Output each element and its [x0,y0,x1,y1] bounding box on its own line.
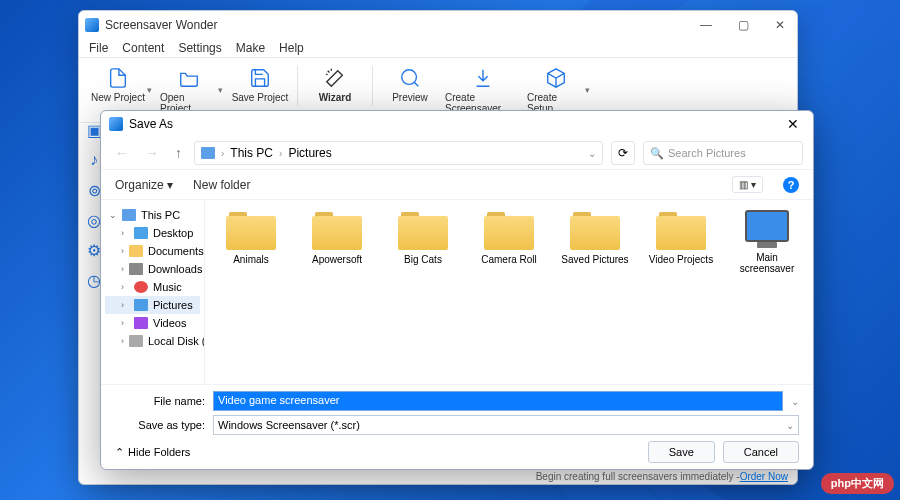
folder-icon [398,210,448,250]
app-icon [85,18,99,32]
folder-animals[interactable]: Animals [215,210,287,265]
pictures-icon [134,299,148,311]
savetype-label: Save as type: [115,419,205,431]
file-main-screensaver[interactable]: Main screensaver [731,210,803,274]
up-button[interactable]: ↑ [171,143,186,163]
folder-apowersoft[interactable]: Apowersoft [301,210,373,265]
videos-icon [134,317,148,329]
folder-icon [129,245,143,257]
breadcrumb[interactable]: › This PC › Pictures ⌄ [194,141,603,165]
tree-downloads[interactable]: ›Downloads [105,260,200,278]
save-as-dialog: Save As ✕ ← → ↑ › This PC › Pictures ⌄ ⟳… [100,110,814,470]
caret-icon[interactable]: ▾ [147,85,152,95]
folder-icon [570,210,620,250]
savetype-select[interactable]: Windows Screensaver (*.scr) ⌄ [213,415,799,435]
app-footer: Begin creating full screensavers immedia… [78,467,798,485]
dialog-title: Save As [129,117,173,131]
chevron-down-icon: ⌄ [109,210,117,220]
wizard-icon [323,66,347,90]
tree-videos[interactable]: ›Videos [105,314,200,332]
folder-icon [484,210,534,250]
help-icon[interactable]: ? [783,177,799,193]
folder-camera-roll[interactable]: Camera Roll [473,210,545,265]
create-setup-button[interactable]: Create Setup [525,64,587,116]
disk-icon [129,335,143,347]
tree-pictures[interactable]: ›Pictures [105,296,200,314]
forward-button[interactable]: → [141,143,163,163]
tree-desktop[interactable]: ›Desktop [105,224,200,242]
dialog-nav: ← → ↑ › This PC › Pictures ⌄ ⟳ 🔍 Search … [101,137,813,170]
view-button[interactable]: ▥ ▾ [732,176,763,193]
caret-icon[interactable]: ▾ [585,85,590,95]
music-icon [134,281,148,293]
caret-icon[interactable]: ▾ [218,85,223,95]
organize-button[interactable]: Organize ▾ [115,178,173,192]
maximize-button[interactable]: ▢ [732,16,755,34]
new-folder-button[interactable]: New folder [193,178,250,192]
pc-icon [201,147,215,159]
filename-label: File name: [115,395,205,407]
package-icon [544,66,568,90]
cancel-button[interactable]: Cancel [723,441,799,463]
tree-documents[interactable]: ›Documents [105,242,200,260]
folder-icon [312,210,362,250]
chevron-up-icon: ⌃ [115,446,124,459]
folder-icon [656,210,706,250]
titlebar: Screensaver Wonder — ▢ ✕ [79,11,797,39]
screensaver-icon [745,210,789,242]
open-project-button[interactable]: Open Project [158,64,220,116]
download-icon [471,66,495,90]
chevron-down-icon[interactable]: ⌄ [791,396,799,407]
svg-point-0 [402,70,417,85]
minimize-button[interactable]: — [694,16,718,34]
downloads-icon [129,263,143,275]
folder-saved-pictures[interactable]: Saved Pictures [559,210,631,265]
dialog-toolbar: Organize ▾ New folder ▥ ▾ ? [101,170,813,200]
folder-icon [226,210,276,250]
desktop-icon [134,227,148,239]
menu-help[interactable]: Help [279,41,304,55]
menu-content[interactable]: Content [122,41,164,55]
search-icon: 🔍 [650,147,664,160]
folder-tree: ⌄ This PC ›Desktop ›Documents ›Downloads… [101,200,205,384]
back-button[interactable]: ← [111,143,133,163]
app-title: Screensaver Wonder [105,18,218,32]
hide-folders-button[interactable]: ⌃ Hide Folders [115,446,190,459]
open-project-icon [177,66,201,90]
menu-settings[interactable]: Settings [178,41,221,55]
tree-music[interactable]: ›Music [105,278,200,296]
save-button[interactable]: Save [648,441,715,463]
menu-file[interactable]: File [89,41,108,55]
folder-big-cats[interactable]: Big Cats [387,210,459,265]
tree-local-disk[interactable]: ›Local Disk (C:) [105,332,200,350]
chevron-down-icon: ⌄ [786,420,794,431]
save-project-icon [248,66,272,90]
search-input[interactable]: 🔍 Search Pictures [643,141,803,165]
chevron-right-icon: › [279,148,282,159]
close-button[interactable]: ✕ [769,16,791,34]
chevron-down-icon[interactable]: ⌄ [588,148,596,159]
tree-this-pc[interactable]: ⌄ This PC [105,206,200,224]
wizard-button[interactable]: Wizard [304,64,366,105]
new-project-button[interactable]: New Project [87,64,149,105]
pc-icon [122,209,136,221]
dialog-close-button[interactable]: ✕ [781,116,805,132]
save-project-button[interactable]: Save Project [229,64,291,105]
menu-make[interactable]: Make [236,41,265,55]
watermark: php中文网 [821,473,894,494]
filename-input[interactable]: Video game screensaver [213,391,783,411]
create-screensaver-button[interactable]: Create Screensaver [443,64,523,116]
dialog-titlebar: Save As ✕ [101,111,813,137]
dialog-footer: File name: Video game screensaver ⌄ Save… [101,384,813,469]
file-grid: Animals Apowersoft Big Cats Camera Roll … [205,200,813,384]
preview-icon [398,66,422,90]
order-now-link[interactable]: Order Now [740,471,788,482]
new-project-icon [106,66,130,90]
refresh-button[interactable]: ⟳ [611,141,635,165]
preview-button[interactable]: Preview [379,64,441,105]
app-icon [109,117,123,131]
folder-video-projects[interactable]: Video Projects [645,210,717,265]
menubar: File Content Settings Make Help [79,39,797,58]
chevron-right-icon: › [221,148,224,159]
